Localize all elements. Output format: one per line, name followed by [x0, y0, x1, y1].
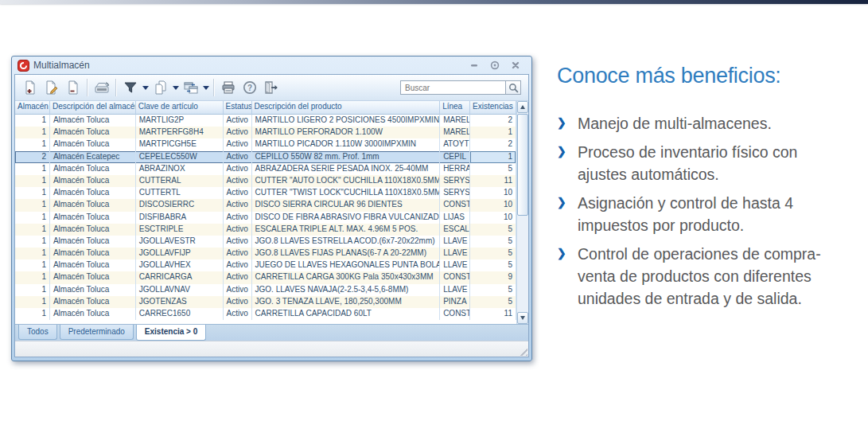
cell-clave_articulo: MARTLIG2P: [136, 115, 224, 127]
cell-clave_articulo: CUTTERTL: [136, 187, 224, 199]
chevron-right-icon: ❯: [557, 243, 578, 310]
cell-descripcion_almacen: Almacén Toluca: [50, 187, 136, 199]
help-button[interactable]: ?: [239, 77, 260, 98]
exit-button[interactable]: [260, 77, 282, 98]
cell-linea: LLAVE: [440, 284, 470, 296]
cell-estatus: Activo: [224, 224, 252, 236]
table-row[interactable]: 1Almacén TolucaJGOLLAVHEXActivoJUEGO DE …: [15, 259, 516, 271]
table-row[interactable]: 1Almacén TolucaMARTLIG2PActivoMARTILLO L…: [15, 115, 516, 127]
maximize-icon[interactable]: [489, 60, 500, 71]
table-row[interactable]: 1Almacén TolucaMARTPERFG8H4ActivoMARTILL…: [15, 127, 516, 138]
minimize-icon[interactable]: [469, 60, 480, 71]
cell-estatus: Activo: [224, 175, 252, 187]
cell-existencias: 11: [470, 308, 516, 320]
column-header-almacen[interactable]: Almacén: [15, 101, 50, 115]
register-button[interactable]: [91, 77, 112, 98]
scroll-up-icon[interactable]: [517, 101, 528, 113]
table-row[interactable]: 1Almacén TolucaMARTPICGH5EActivoMARTILLO…: [15, 138, 516, 150]
column-header-descripcion_almacen[interactable]: Descripción del almacén: [50, 101, 136, 115]
cell-clave_articulo: MARTPERFG8H4: [136, 127, 224, 138]
close-icon[interactable]: [510, 60, 521, 71]
cell-almacen: 1: [15, 236, 50, 248]
cell-descripcion_producto: JGO. 3 TENAZA LLAVE, 180,250,300MM: [252, 296, 441, 308]
table-row[interactable]: 1Almacén TolucaESCTRIPLEActivoESCALERA T…: [15, 224, 516, 236]
cell-almacen: 1: [15, 224, 50, 236]
search-icon[interactable]: [505, 80, 521, 95]
cell-linea: LLAVE: [440, 248, 470, 259]
status-bar: [15, 341, 528, 357]
table-row[interactable]: 1Almacén TolucaCUTTERALActivoCUTTER "AUT…: [15, 175, 516, 187]
cell-linea: ATOYT: [440, 138, 470, 150]
cell-clave_articulo: ABRAZINOX: [136, 163, 224, 175]
cell-existencias: 10: [470, 187, 516, 199]
app-logo-icon: [18, 60, 29, 72]
filter-dropdown[interactable]: [141, 77, 150, 98]
tab-todos[interactable]: Todos: [18, 325, 57, 340]
scroll-down-icon[interactable]: [517, 312, 528, 324]
filter-button[interactable]: [119, 77, 141, 98]
copy-button[interactable]: [150, 77, 171, 98]
chevron-right-icon: ❯: [557, 141, 578, 185]
new-record-button[interactable]: [19, 77, 41, 98]
cell-descripcion_almacen: Almacén Toluca: [50, 138, 136, 150]
cell-almacen: 1: [15, 138, 50, 150]
table-row[interactable]: 1Almacén TolucaCARRICARGAActivoCARRETILL…: [15, 271, 516, 283]
cell-clave_articulo: CEPELEC550W: [136, 151, 224, 163]
column-header-clave_articulo[interactable]: Clave de artículo: [136, 101, 224, 115]
vertical-scrollbar[interactable]: [516, 101, 528, 324]
cell-descripcion_almacen: Almacén Ecatepec: [50, 151, 136, 163]
search-input[interactable]: [400, 80, 505, 95]
column-header-linea[interactable]: Línea: [440, 101, 470, 115]
cell-linea: PINZA: [440, 296, 470, 308]
multialmacen-window: Multialmacén: [11, 56, 532, 361]
cell-estatus: Activo: [224, 138, 252, 150]
cell-existencias: 5: [470, 259, 516, 271]
scrollbar-thumb[interactable]: [517, 114, 528, 216]
table-header-row: AlmacénDescripción del almacénClave de a…: [15, 101, 516, 115]
cell-descripcion_producto: CUTTER "TWIST LOCK"CUCHILLA 110X18X0.5MM: [252, 187, 441, 199]
cell-clave_articulo: CARREC1650: [136, 308, 224, 320]
cell-descripcion_almacen: Almacén Toluca: [50, 199, 136, 211]
table-row[interactable]: 1Almacén TolucaJGOLLAVESTRActivoJGO.8 LL…: [15, 236, 516, 248]
print-button[interactable]: [217, 77, 239, 98]
column-header-existencias[interactable]: Existencias: [470, 101, 516, 115]
window-titlebar[interactable]: Multialmacén: [14, 57, 529, 74]
chevron-right-icon: ❯: [557, 112, 578, 135]
edit-record-button[interactable]: [41, 77, 62, 98]
cell-existencias: 5: [470, 248, 516, 259]
cell-clave_articulo: DISFIBABRA: [136, 212, 224, 224]
cell-descripcion_producto: MARTILLO PERFORADOR 1.100W: [252, 127, 441, 138]
cell-descripcion_almacen: Almacén Toluca: [50, 163, 136, 175]
table-row[interactable]: 1Almacén TolucaABRAZINOXActivoABRAZADERA…: [15, 163, 516, 175]
table-row[interactable]: 1Almacén TolucaCUTTERTLActivoCUTTER "TWI…: [15, 187, 516, 199]
column-header-descripcion_producto[interactable]: Descripción del producto: [252, 101, 441, 115]
column-header-estatus[interactable]: Estatus: [224, 101, 252, 115]
copy-dropdown[interactable]: [171, 77, 180, 98]
cell-linea: LLAVE: [440, 236, 470, 248]
cell-almacen: 1: [15, 308, 50, 320]
cell-estatus: Activo: [224, 236, 252, 248]
cell-linea: CEPIL: [440, 151, 470, 163]
table-row[interactable]: 1Almacén TolucaDISCOSIERRCActivoDISCO SI…: [15, 199, 516, 211]
table-row[interactable]: 2Almacén EcatepecCEPELEC550WActivoCEPILL…: [15, 151, 516, 163]
resize-grip-icon[interactable]: [517, 345, 527, 356]
cell-almacen: 1: [15, 175, 50, 187]
tab-existencia-mayor-0[interactable]: Existencia > 0: [136, 325, 206, 341]
cell-linea: CONST: [440, 199, 470, 211]
cell-descripcion_producto: CUTTER "AUTO LOCK" CUCHILLA 110X18X0.5MM: [252, 175, 441, 187]
transfer-button[interactable]: [180, 77, 201, 98]
table-row[interactable]: 1Almacén TolucaCARREC1650ActivoCARRETILL…: [15, 308, 516, 320]
table-row[interactable]: 1Almacén TolucaJGOTENZASActivoJGO. 3 TEN…: [15, 296, 516, 308]
cell-almacen: 1: [15, 259, 50, 271]
search-box: [400, 80, 521, 95]
delete-record-button[interactable]: [62, 77, 84, 98]
toolbar-separator: [213, 79, 214, 96]
transfer-dropdown[interactable]: [201, 77, 210, 98]
cell-descripcion_producto: ESCALERA TRIPLE ALT. MAX. 4.96M 5 POS.: [252, 224, 441, 236]
table-row[interactable]: 1Almacén TolucaJGOLLAVFIJPActivoJGO.8 LL…: [15, 248, 516, 259]
table-row[interactable]: 1Almacén TolucaDISFIBABRAActivoDISCO DE …: [15, 212, 516, 224]
tab-predeterminado[interactable]: Predeterminado: [60, 325, 134, 340]
table-row[interactable]: 1Almacén TolucaJGOLLAVNAVActivoJGO. LLAV…: [15, 284, 516, 296]
cell-almacen: 1: [15, 115, 50, 127]
filter-tabs-bar: Todos Predeterminado Existencia > 0: [15, 324, 528, 341]
